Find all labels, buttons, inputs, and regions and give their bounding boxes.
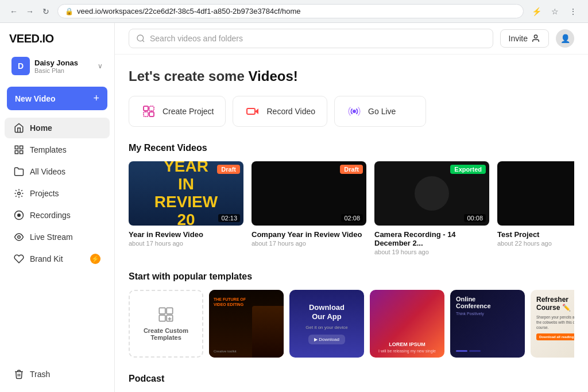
recent-videos-title: My Recent Videos bbox=[129, 143, 574, 153]
bookmark-icon[interactable]: ☆ bbox=[547, 3, 563, 20]
nav-buttons[interactable]: ← → ↻ bbox=[7, 5, 53, 18]
video-title: Year in Review Video bbox=[129, 230, 243, 239]
video-card[interactable]: YEARINREVIEW20 Draft 02:13 Year in Revie… bbox=[129, 161, 243, 255]
search-bar[interactable]: Search videos and folders bbox=[129, 29, 493, 48]
templates-icon bbox=[14, 145, 24, 155]
sidebar-item-all-videos[interactable]: All Videos bbox=[5, 161, 110, 182]
svg-line-9 bbox=[142, 40, 144, 42]
svg-rect-2 bbox=[20, 151, 23, 154]
svg-point-17 bbox=[353, 110, 356, 113]
templates-grid: Create Custom Templates THE FUTURE OFVID… bbox=[129, 290, 574, 358]
video-card[interactable]: Draft 02:08 Company Year in Review Video… bbox=[252, 161, 366, 255]
video-time: about 17 hours ago bbox=[129, 240, 243, 247]
invite-button[interactable]: Invite bbox=[500, 29, 549, 48]
templates-title: Start with popular templates bbox=[129, 271, 574, 282]
video-badge: Draft bbox=[217, 165, 240, 174]
sidebar-item-recordings[interactable]: Recordings bbox=[5, 205, 110, 226]
trash-icon bbox=[14, 369, 24, 379]
address-bar[interactable]: 🔒 veed.io/workspaces/22ce6d2f-38c5-4df1-… bbox=[57, 4, 524, 18]
lock-icon: 🔒 bbox=[65, 7, 74, 15]
new-video-button[interactable]: New Video + bbox=[7, 87, 107, 110]
app-container: VEED.IO D Daisy Jonas Basic Plan ∨ New V… bbox=[0, 23, 588, 392]
avatar: D bbox=[11, 57, 30, 75]
video-time: about 22 hours ago bbox=[497, 240, 574, 247]
back-button[interactable]: ← bbox=[7, 5, 21, 18]
create-template-icon bbox=[158, 306, 174, 323]
user-section[interactable]: D Daisy Jonas Basic Plan ∨ bbox=[5, 52, 110, 80]
video-thumbnail: Exported 00:08 bbox=[374, 161, 489, 226]
svg-rect-14 bbox=[149, 112, 154, 117]
video-duration: 00:08 bbox=[464, 214, 486, 222]
extension-icon[interactable]: ⚡ bbox=[528, 3, 544, 20]
action-row: Create Project Record Video Go Live bbox=[129, 96, 574, 127]
video-time: about 17 hours ago bbox=[252, 240, 366, 247]
recent-videos-grid: YEARINREVIEW20 Draft 02:13 Year in Revie… bbox=[129, 161, 574, 255]
record-video-button[interactable]: Record Video bbox=[233, 96, 327, 127]
go-live-button[interactable]: Go Live bbox=[334, 96, 426, 127]
svg-point-8 bbox=[137, 35, 144, 41]
live-stream-icon bbox=[14, 232, 24, 242]
url-text: veed.io/workspaces/22ce6d2f-38c5-4df1-a8… bbox=[77, 7, 301, 15]
video-badge: Draft bbox=[340, 165, 363, 174]
sidebar-item-brand-kit[interactable]: Brand Kit ⚡ bbox=[5, 249, 110, 269]
video-duration: 02:13 bbox=[218, 214, 240, 222]
sidebar-item-templates[interactable]: Templates bbox=[5, 139, 110, 160]
template-card[interactable]: LOREM IPSUM I will be releasing my new s… bbox=[370, 290, 444, 358]
create-custom-templates[interactable]: Create Custom Templates bbox=[129, 290, 203, 358]
svg-rect-3 bbox=[15, 151, 18, 154]
svg-rect-12 bbox=[149, 106, 154, 111]
video-card[interactable]: Draft Test Project about 22 hours ago bbox=[497, 161, 574, 255]
sidebar-item-home[interactable]: Home bbox=[5, 118, 110, 138]
svg-point-4 bbox=[18, 192, 21, 195]
template-card[interactable]: DownloadOur App Get it on your device ▶ … bbox=[289, 290, 364, 358]
template-subtext: Get it on your device bbox=[305, 325, 347, 330]
video-thumbnail: YEARINREVIEW20 Draft 02:13 bbox=[129, 161, 243, 226]
person-icon bbox=[531, 34, 540, 43]
home-icon bbox=[14, 123, 24, 133]
top-bar: Search videos and folders Invite 👤 bbox=[115, 23, 588, 55]
video-thumbnail: Draft 02:08 bbox=[252, 161, 366, 226]
template-label: THE FUTURE OFVIDEO EDITING bbox=[214, 297, 249, 307]
top-bar-avatar: 👤 bbox=[556, 29, 574, 48]
podcast-title: Podcast bbox=[129, 374, 574, 384]
svg-point-10 bbox=[534, 35, 537, 38]
template-card[interactable]: RefresherCourse ✏️ Sharpen your pencils … bbox=[531, 290, 574, 358]
sidebar-item-trash[interactable]: Trash bbox=[5, 364, 110, 385]
projects-icon bbox=[14, 188, 24, 199]
svg-rect-1 bbox=[20, 146, 23, 149]
video-time: about 19 hours ago bbox=[374, 249, 489, 255]
user-plan: Basic Plan bbox=[34, 67, 93, 74]
video-title: Test Project bbox=[497, 230, 574, 239]
svg-rect-15 bbox=[247, 108, 255, 114]
menu-icon[interactable]: ⋮ bbox=[565, 3, 581, 20]
video-title: Camera Recording - 14 December 2... bbox=[374, 230, 489, 247]
template-subtext: I will be releasing my new single bbox=[378, 349, 436, 353]
svg-point-6 bbox=[18, 214, 21, 217]
template-label: RefresherCourse ✏️ bbox=[536, 296, 574, 312]
template-label: OnlineConference bbox=[456, 296, 519, 309]
template-subtext: Sharpen your pencils and clear out the c… bbox=[536, 315, 574, 330]
svg-rect-11 bbox=[144, 106, 148, 111]
template-card[interactable]: OnlineConference Think Positively bbox=[450, 290, 525, 358]
user-info: Daisy Jonas Basic Plan bbox=[34, 59, 93, 74]
search-icon bbox=[136, 34, 145, 43]
browser-action-buttons[interactable]: ⚡ ☆ ⋮ bbox=[528, 3, 581, 20]
svg-rect-13 bbox=[144, 112, 148, 117]
record-video-icon bbox=[245, 103, 261, 119]
sidebar-item-live-stream[interactable]: Live Stream bbox=[5, 227, 110, 247]
brand-kit-icon bbox=[14, 254, 24, 264]
svg-rect-18 bbox=[159, 308, 165, 314]
forward-button[interactable]: → bbox=[23, 5, 37, 18]
video-title: Company Year in Review Video bbox=[252, 230, 366, 239]
svg-rect-20 bbox=[159, 315, 165, 321]
template-subtext: Creative toolkit bbox=[214, 350, 249, 353]
create-project-button[interactable]: Create Project bbox=[129, 96, 226, 127]
sidebar-item-projects[interactable]: Projects bbox=[5, 183, 110, 204]
video-card[interactable]: Exported 00:08 Camera Recording - 14 Dec… bbox=[374, 161, 489, 255]
recordings-icon bbox=[14, 210, 24, 220]
svg-rect-0 bbox=[15, 146, 18, 149]
template-card[interactable]: THE FUTURE OFVIDEO EDITING Creative tool… bbox=[209, 290, 284, 358]
go-live-icon bbox=[346, 103, 362, 119]
refresh-button[interactable]: ↻ bbox=[39, 5, 53, 18]
video-duration: 02:08 bbox=[341, 214, 363, 222]
